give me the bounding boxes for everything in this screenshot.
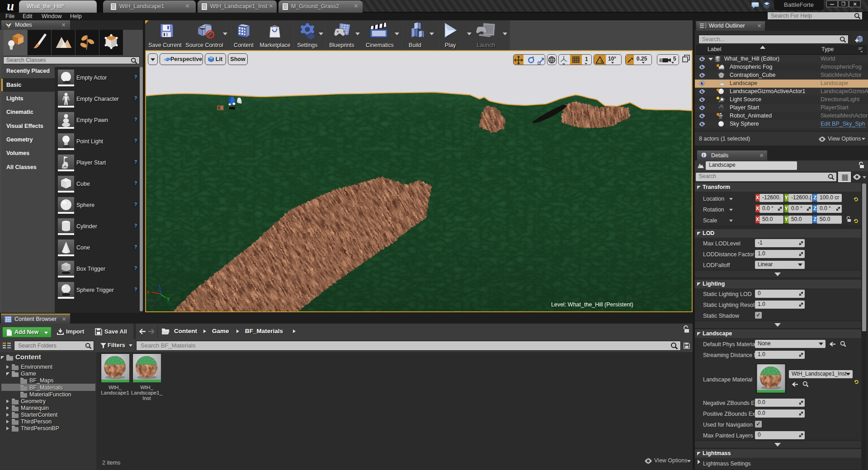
- svg-text:Level: What_the_Hill (Persist: Level: What_the_Hill (Persistent): [551, 301, 633, 308]
- svg-text:x: x: [147, 289, 150, 294]
- svg-text:1: 1: [585, 56, 588, 62]
- svg-text:Y: Y: [167, 297, 170, 302]
- svg-text:i: i: [703, 153, 704, 158]
- svg-text:?: ?: [150, 301, 153, 306]
